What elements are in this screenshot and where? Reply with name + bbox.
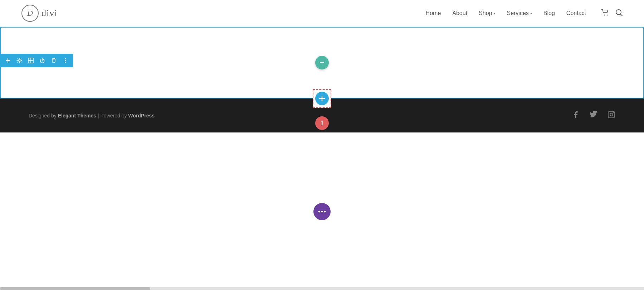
logo-text: divi	[42, 8, 57, 19]
section-toolbar	[0, 54, 73, 67]
nav-item-contact[interactable]: Contact	[566, 10, 586, 16]
svg-point-12	[65, 60, 66, 61]
svg-point-6	[19, 60, 20, 62]
svg-point-11	[65, 58, 66, 59]
nav-icons	[601, 9, 623, 18]
svg-point-13	[65, 62, 66, 63]
twitter-icon[interactable]	[590, 111, 597, 121]
footer-credits: Designed by Elegant Themes | Powered by …	[29, 113, 155, 119]
toolbar-power-icon[interactable]	[37, 55, 47, 66]
toolbar-delete-icon[interactable]	[49, 55, 59, 66]
shop-chevron-icon: ▾	[493, 11, 495, 15]
add-section-button[interactable]: +	[315, 56, 329, 69]
cart-icon[interactable]	[601, 9, 609, 18]
svg-point-19	[318, 211, 320, 213]
svg-point-1	[607, 14, 608, 15]
svg-point-18	[613, 112, 614, 113]
dashed-border-box	[313, 89, 331, 108]
svg-point-17	[610, 113, 613, 116]
nav-item-shop[interactable]: Shop ▾	[479, 10, 495, 16]
section-wrapper: + 1	[0, 27, 644, 98]
search-icon[interactable]	[615, 9, 623, 18]
site-header: D divi Home About Shop ▾ Services ▾ Blog…	[0, 0, 644, 27]
toolbar-layout-icon[interactable]	[26, 55, 36, 66]
nav-item-about[interactable]: About	[452, 10, 467, 16]
nav-item-services[interactable]: Services ▾	[507, 10, 532, 16]
svg-rect-16	[608, 111, 615, 117]
svg-rect-10	[52, 59, 55, 62]
svg-point-21	[324, 211, 326, 213]
facebook-icon[interactable]	[572, 111, 580, 121]
notification-count-badge[interactable]: 1	[315, 116, 329, 130]
toolbar-add-icon[interactable]	[3, 55, 13, 66]
main-nav: Home About Shop ▾ Services ▾ Blog Contac…	[426, 9, 623, 18]
elegant-themes-link[interactable]: Elegant Themes	[58, 113, 96, 119]
svg-point-20	[321, 211, 323, 213]
insert-row-button[interactable]	[315, 92, 329, 105]
toolbar-settings-icon[interactable]	[14, 55, 24, 66]
logo[interactable]: D divi	[21, 5, 57, 22]
logo-icon: D	[21, 5, 39, 22]
scrollbar-thumb[interactable]	[0, 287, 150, 290]
nav-item-home[interactable]: Home	[426, 10, 441, 16]
footer-social-icons	[572, 111, 615, 121]
toolbar-more-icon[interactable]	[60, 55, 70, 66]
floating-menu-button[interactable]	[313, 203, 331, 220]
wordpress-link[interactable]: WordPress	[128, 113, 155, 119]
svg-line-3	[620, 14, 622, 16]
below-footer-area	[0, 132, 644, 254]
main-content-section: +	[0, 27, 644, 98]
horizontal-scrollbar[interactable]	[0, 287, 644, 290]
instagram-icon[interactable]	[608, 111, 615, 121]
dashed-plus-container: 1	[313, 89, 331, 108]
services-chevron-icon: ▾	[530, 11, 532, 15]
svg-point-0	[604, 14, 605, 15]
nav-item-blog[interactable]: Blog	[543, 10, 555, 16]
